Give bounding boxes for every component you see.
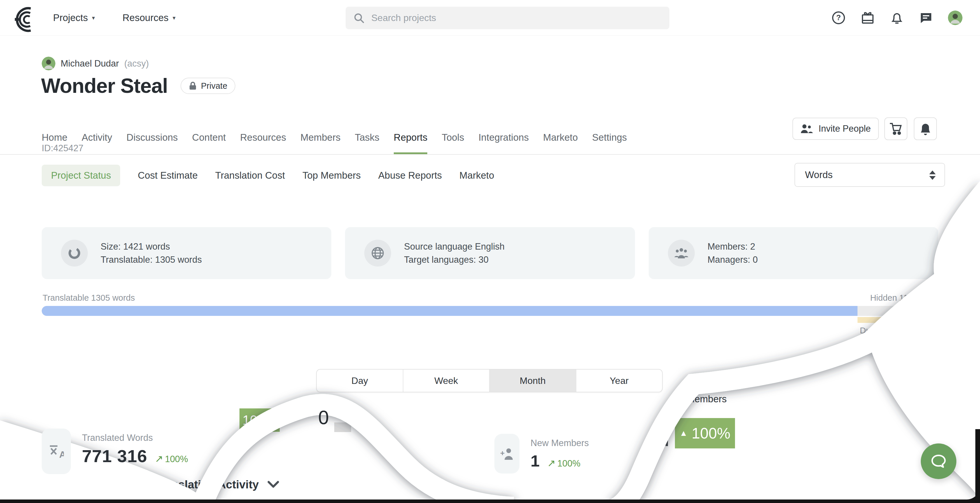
- tab-integrations[interactable]: Integrations: [478, 132, 528, 154]
- period-toggle: Day Week Month Year: [316, 369, 663, 392]
- svg-text:A: A: [59, 449, 64, 459]
- delta-badge-right-value: 100%: [692, 425, 730, 442]
- globe-icon: [364, 240, 391, 267]
- tab-resources[interactable]: Resources: [240, 132, 286, 154]
- messages-button[interactable]: [919, 11, 933, 25]
- window-frame-edge: [975, 429, 980, 503]
- period-week[interactable]: Week: [403, 370, 489, 392]
- period-day[interactable]: Day: [317, 370, 403, 392]
- delta-badge-left: 100%: [239, 409, 280, 432]
- translated-words-delta: ↗100%: [155, 453, 188, 465]
- translatable-segment: [42, 306, 858, 316]
- chat-icon: [919, 11, 933, 25]
- card-languages-line1: Source language English: [404, 240, 504, 253]
- card-languages-line2: Target languages: 30: [404, 253, 504, 266]
- unit-select-value: Words: [805, 169, 833, 180]
- gift-icon: [861, 11, 875, 25]
- period-year[interactable]: Year: [576, 370, 662, 392]
- card-size-line1: Size: 1421 words: [100, 240, 202, 253]
- summary-cards: Size: 1421 words Translatable: 1305 word…: [42, 227, 938, 279]
- projects-menu[interactable]: Projects ▾: [53, 0, 95, 36]
- owner-handle: (acsy): [124, 58, 149, 69]
- tab-marketo[interactable]: Marketo: [543, 132, 578, 154]
- crowdin-logo-icon[interactable]: [13, 6, 41, 32]
- chevron-down-icon: [267, 481, 279, 489]
- search-input[interactable]: [371, 13, 634, 23]
- translated-words-value: 771 316: [82, 446, 147, 466]
- caret-down-icon: ▾: [173, 14, 176, 21]
- new-members-value: 1: [531, 451, 539, 470]
- translatable-words-label: Translatable 1305 words: [43, 293, 135, 303]
- tab-activity[interactable]: Activity: [82, 132, 112, 154]
- svg-text:+: +: [500, 449, 504, 457]
- app-window: Projects ▾ Resources ▾ ?: [0, 0, 980, 500]
- triangle-up-icon: ▲: [679, 428, 688, 438]
- trend-up-icon: ↗: [155, 453, 163, 464]
- translated-words-stat: A Translated Words 771 316 ↗100%: [42, 428, 188, 474]
- gift-button[interactable]: [861, 11, 875, 25]
- top-navigation-bar: Projects ▾ Resources ▾ ?: [0, 0, 980, 36]
- project-tabs: Home Activity Discussions Content Resour…: [0, 132, 980, 155]
- donut-icon: [61, 240, 88, 267]
- tab-home[interactable]: Home: [42, 132, 67, 154]
- project-header: Michael Dudar (acsy) Wonder Steal Privat…: [0, 36, 980, 132]
- card-members-line2: Managers: 0: [708, 253, 758, 266]
- select-arrows-icon: [929, 171, 935, 180]
- stray-zero-value: 0: [318, 406, 329, 428]
- axis-fragment: [334, 422, 351, 432]
- new-members-delta-value: 100%: [557, 458, 581, 469]
- privacy-badge: Private: [181, 78, 235, 94]
- support-chat-button[interactable]: [921, 444, 956, 479]
- duplicates-segment: [858, 317, 917, 323]
- translate-icon: A: [42, 428, 71, 474]
- card-members: Members: 2 Managers: 0: [649, 227, 938, 279]
- help-button[interactable]: ?: [831, 11, 846, 25]
- owner-name: Michael Dudar: [60, 58, 119, 69]
- delta-badge-left-value: 100%: [242, 412, 277, 428]
- new-members-delta: ↗100%: [547, 457, 581, 469]
- subtab-top-members[interactable]: Top Members: [302, 170, 361, 181]
- owner-avatar: [42, 57, 56, 70]
- tab-members[interactable]: Members: [301, 132, 340, 154]
- period-month[interactable]: Month: [489, 370, 576, 392]
- help-icon: ?: [832, 11, 846, 25]
- subtab-marketo[interactable]: Marketo: [460, 170, 494, 181]
- duplicates-label: Duplicates 1: [860, 326, 907, 335]
- subtab-translation-cost[interactable]: Translation Cost: [215, 170, 285, 181]
- report-subnav: Project Status Cost Estimate Translation…: [0, 155, 980, 198]
- hidden-words-label: Hidden 116 words: [870, 293, 938, 303]
- trend-up-icon: ↗: [547, 457, 555, 469]
- tab-reports[interactable]: Reports: [394, 132, 428, 154]
- members-header-fragment: Members: [687, 393, 727, 405]
- projects-menu-label: Projects: [53, 12, 88, 23]
- tab-settings[interactable]: Settings: [592, 132, 627, 154]
- activity-heading-label: Translation Activity: [154, 478, 259, 491]
- topbar-action-icons: ?: [831, 0, 963, 36]
- card-languages: Source language English Target languages…: [345, 227, 635, 279]
- tab-tasks[interactable]: Tasks: [355, 132, 379, 154]
- bell-icon: [890, 11, 904, 25]
- words-progress-bar: [42, 306, 938, 316]
- subtab-project-status[interactable]: Project Status: [42, 164, 120, 186]
- caret-down-icon: ▾: [92, 14, 95, 21]
- project-owner[interactable]: Michael Dudar (acsy): [42, 57, 149, 70]
- tab-tools[interactable]: Tools: [442, 132, 464, 154]
- search-bar[interactable]: [346, 7, 670, 29]
- tab-discussions[interactable]: Discussions: [127, 132, 178, 154]
- subtab-cost-estimate[interactable]: Cost Estimate: [138, 170, 197, 181]
- occluded-digit-fragment: [666, 436, 668, 446]
- notifications-button[interactable]: [889, 11, 904, 25]
- activity-section-heading[interactable]: Translation Activity: [154, 478, 279, 491]
- people-icon: [668, 240, 695, 267]
- person-add-icon: +: [495, 434, 519, 474]
- new-members-stat: + New Members 1 ↗100%: [495, 434, 589, 474]
- user-avatar[interactable]: [948, 11, 963, 25]
- search-icon: [353, 12, 365, 24]
- subtab-abuse-reports[interactable]: Abuse Reports: [378, 170, 442, 181]
- unit-select[interactable]: Words: [794, 163, 945, 187]
- svg-text:?: ?: [836, 13, 841, 22]
- tab-content[interactable]: Content: [192, 132, 226, 154]
- resources-menu[interactable]: Resources ▾: [123, 0, 176, 36]
- chat-bubble-icon: [931, 453, 947, 469]
- resources-menu-label: Resources: [123, 12, 169, 23]
